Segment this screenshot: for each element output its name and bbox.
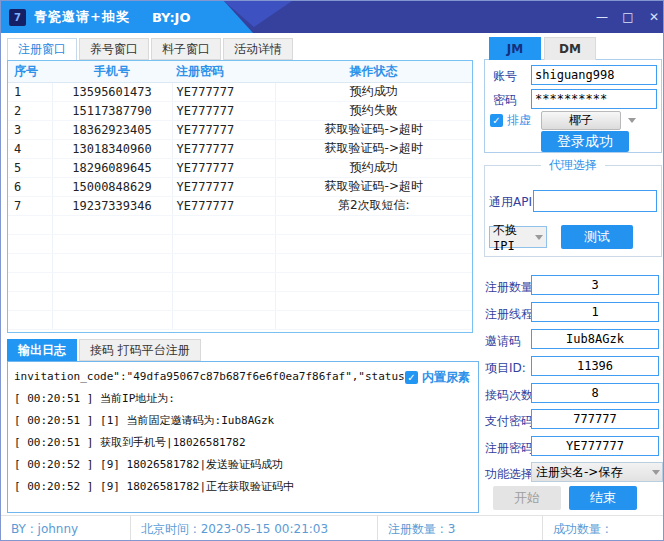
cell-status: 获取验证码->超时 [275, 177, 472, 196]
project-id-label: 项目ID: [485, 360, 526, 377]
tab-output-log[interactable]: 输出日志 [7, 339, 77, 361]
register-password-label: 注册密码 [485, 440, 533, 457]
output-log-box[interactable]: invitation_code":"49dfa95067c87b687f6e6f… [7, 361, 479, 513]
cell-phone: 13595601473 [52, 82, 172, 101]
chevron-down-icon[interactable] [628, 118, 636, 123]
cell-phone: 18362923405 [52, 120, 172, 139]
project-id-row: 项目ID: [483, 356, 663, 378]
tab-jm[interactable]: JM [489, 37, 541, 60]
tab-register-window[interactable]: 注册窗口 [7, 38, 77, 61]
status-by: BY : johnny [1, 516, 131, 541]
window-byline: BY:JO [152, 10, 191, 25]
builtin-urea-checkbox[interactable]: ✓ 内置尿素 [405, 369, 470, 386]
window-title: 青瓷邀请+抽奖 [34, 8, 130, 26]
account-tab-bar: JM DM [489, 37, 596, 60]
invite-code-field[interactable] [531, 329, 659, 349]
test-button[interactable]: 测试 [561, 225, 633, 249]
chevron-down-icon [535, 235, 543, 240]
log-line: [ 00:20:52 ] [9] 18026581782|正在获取验证码中 [14, 476, 472, 498]
cell-status: 预约成功 [275, 158, 472, 177]
col-header-status: 操作状态 [275, 61, 472, 82]
tab-code-platform-register[interactable]: 接码 打码平台注册 [79, 339, 201, 361]
pay-password-label: 支付密码 [485, 413, 533, 430]
table-header-row: 序号 手机号 注册密码 操作状态 [8, 61, 472, 82]
cell-status: 获取验证码->超时 [275, 139, 472, 158]
close-button[interactable]: ✕ [641, 6, 664, 28]
maximize-button[interactable]: □ [615, 6, 641, 28]
invite-code-row: 邀请码 [483, 329, 663, 351]
cell-index: 4 [8, 139, 52, 158]
api-input[interactable] [533, 190, 657, 212]
status-bar: BY : johnny 北京时间 : 2023-05-15 00:21:03 注… [1, 515, 664, 541]
log-tab-bar: 输出日志 接码 打码平台注册 [7, 339, 201, 361]
cell-password: YE777777 [172, 196, 275, 215]
function-select[interactable]: 注册实名->保存 [531, 462, 663, 482]
function-select-row: 功能选择 注册实名->保存 [483, 462, 663, 484]
cell-index: 1 [8, 82, 52, 101]
tab-activity-details[interactable]: 活动详情 [223, 38, 293, 60]
table-row-empty [8, 253, 472, 272]
tab-material-window[interactable]: 料子窗口 [151, 38, 221, 60]
status-success-count: 成功数量 : [543, 516, 664, 541]
phone-table: 序号 手机号 注册密码 操作状态 1 13595601473 YE777777 … [7, 60, 473, 333]
register-password-field[interactable] [531, 436, 659, 456]
main-tab-bar: 注册窗口 养号窗口 料子窗口 活动详情 [7, 38, 293, 61]
table-row[interactable]: 1 13595601473 YE777777 预约成功 [8, 82, 472, 101]
ip-mode-select[interactable]: 不换IPI [489, 226, 547, 248]
table-row-empty [8, 291, 472, 310]
cell-index: 6 [8, 177, 52, 196]
cell-index: 2 [8, 101, 52, 120]
status-register-count: 注册数量 : 3 [378, 516, 543, 541]
pay-password-field[interactable] [531, 409, 659, 429]
cell-password: YE777777 [172, 120, 275, 139]
col-header-index: 序号 [8, 61, 52, 82]
status-time: 北京时间 : 2023-05-15 00:21:03 [131, 516, 378, 541]
table-row[interactable]: 3 18362923405 YE777777 获取验证码->超时 [8, 120, 472, 139]
account-field[interactable] [531, 65, 657, 85]
app-icon: 7 [9, 9, 26, 26]
thread-count-row: 注册线程 [483, 302, 663, 324]
cell-phone: 19237339346 [52, 196, 172, 215]
table-row[interactable]: 4 13018340960 YE777777 获取验证码->超时 [8, 139, 472, 158]
table-row[interactable]: 6 15000848629 YE777777 获取验证码->超时 [8, 177, 472, 196]
minimize-button[interactable]: — [589, 6, 615, 28]
cell-status: 获取验证码->超时 [275, 120, 472, 139]
cell-password: YE777777 [172, 177, 275, 196]
cell-phone: 13018340960 [52, 139, 172, 158]
account-label: 账号 [493, 68, 517, 85]
code-attempts-label: 接码次数 [485, 387, 533, 404]
stop-button[interactable]: 结束 [569, 486, 637, 510]
login-status-button[interactable]: 登录成功 [541, 131, 629, 152]
log-line: [ 00:20:52 ] [9] 18026581782|发送验证码成功 [14, 454, 472, 476]
register-count-field[interactable] [531, 275, 659, 295]
table-row-empty [8, 215, 472, 234]
table-row[interactable]: 5 18296089645 YE777777 预约成功 [8, 158, 472, 177]
table-row[interactable]: 7 19237339346 YE777777 第2次取短信: [8, 196, 472, 215]
function-select-label: 功能选择 [485, 466, 533, 483]
table-row-empty [8, 310, 472, 329]
pay-password-row: 支付密码 [483, 409, 663, 431]
platform-select[interactable]: 椰子 [541, 111, 621, 130]
cell-phone: 15117387790 [52, 101, 172, 120]
start-button[interactable]: 开始 [493, 486, 561, 510]
code-attempts-row: 接码次数 [483, 383, 663, 405]
thread-count-field[interactable] [531, 302, 659, 322]
table-row[interactable]: 2 15117387790 YE777777 预约失败 [8, 101, 472, 120]
password-field[interactable] [531, 89, 657, 109]
cell-status: 预约成功 [275, 82, 472, 101]
cell-phone: 15000848629 [52, 177, 172, 196]
project-id-field[interactable] [531, 356, 659, 376]
register-count-row: 注册数量 [483, 275, 663, 297]
code-attempts-field[interactable] [531, 383, 659, 403]
exclude-virtual-checkbox[interactable]: ✓ 排虚 [490, 112, 531, 129]
table-row-empty [8, 234, 472, 253]
log-line: [ 00:20:51 ] [1] 当前固定邀请码为:Iub8AGzk [14, 410, 472, 432]
col-header-password: 注册密码 [172, 61, 275, 82]
register-password-row: 注册密码 [483, 436, 663, 458]
tab-nurture-window[interactable]: 养号窗口 [79, 38, 149, 60]
password-label: 密码 [493, 92, 517, 109]
builtin-urea-label: 内置尿素 [422, 369, 470, 386]
log-line: [ 00:20:51 ] 当前IP地址为: [14, 388, 472, 410]
account-box: 账号 密码 ✓ 排虚 椰子 登录成功 [484, 59, 662, 153]
tab-dm[interactable]: DM [544, 37, 596, 60]
